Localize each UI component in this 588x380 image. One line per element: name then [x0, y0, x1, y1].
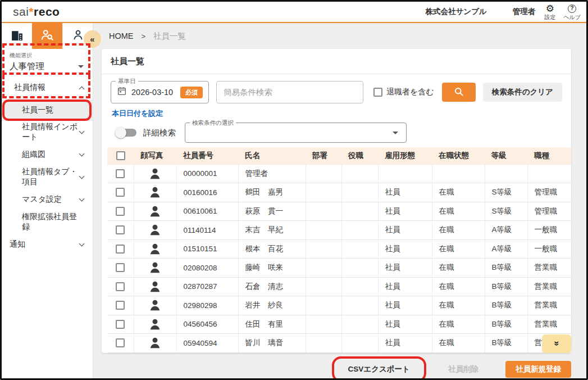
person-search-icon — [40, 28, 54, 44]
sidebar-item[interactable]: 社員情報インポート — [2, 121, 93, 143]
cell-grade: S等級 — [485, 202, 527, 221]
sidebar-item[interactable]: 社員情報 — [2, 76, 93, 99]
csv-export-button[interactable]: CSVエクスポート — [337, 361, 421, 378]
row-checkbox[interactable] — [116, 282, 125, 291]
cell-employment-type: 社員 — [378, 296, 432, 315]
cell-department — [306, 239, 341, 259]
row-checkbox[interactable] — [116, 225, 125, 234]
row-checkbox[interactable] — [116, 245, 125, 254]
avatar-icon — [134, 317, 176, 332]
person-icon — [71, 28, 85, 44]
avatar-icon — [134, 185, 176, 200]
cell-job-type: 管理職 — [527, 183, 571, 202]
avatar-icon — [134, 279, 176, 294]
sidebar-item-label: 通知 — [10, 239, 25, 250]
delete-employee-button[interactable]: 社員削除 — [431, 361, 495, 378]
col-header-position: 役職 — [341, 147, 378, 164]
sidebar-item[interactable]: マスタ設定 — [2, 188, 93, 211]
table-row: 02080208藤崎 咲来社員在職B等級営業職 — [107, 259, 571, 278]
register-employee-button[interactable]: 社員新規登録 — [505, 361, 571, 378]
select-all-checkbox[interactable] — [116, 151, 125, 160]
cell-department — [306, 183, 341, 202]
avatar-icon — [134, 223, 176, 237]
col-header-employee-id: 社員番号 — [176, 147, 238, 164]
col-header-employment-type: 雇用形態 — [378, 147, 432, 164]
sidebar-item-label: 権限拡張社員登録 — [22, 212, 84, 232]
avatar-icon — [134, 166, 176, 181]
settings-label: 設定 — [544, 15, 555, 20]
table-row: 04560456住田 有里社員在職B等級営業職 — [107, 315, 571, 334]
cell-name: 石倉 清志 — [238, 277, 306, 296]
scroll-to-bottom-button[interactable]: « — [542, 334, 571, 353]
set-today-link[interactable]: 本日日付を設定 — [112, 108, 163, 119]
avatar-icon — [134, 298, 176, 313]
breadcrumb-home[interactable]: HOME — [109, 31, 134, 40]
sidebar-item[interactable]: 社員一覧 — [2, 99, 93, 121]
settings-button[interactable]: ⚙ 設定 — [544, 4, 555, 20]
cell-employment-status — [432, 164, 485, 183]
cell-employee-id: 02080208 — [176, 259, 238, 278]
include-retired-checkbox-group[interactable]: 退職者を含む — [373, 87, 434, 97]
cell-grade: B等級 — [485, 334, 527, 353]
cell-department — [306, 202, 341, 221]
condition-select-label: 検索条件の選択 — [190, 119, 236, 127]
detail-search-toggle[interactable] — [116, 127, 136, 138]
base-date-field[interactable]: 基準日 2026-03-10 必須 — [111, 81, 209, 103]
base-date-value: 2026-03-10 — [131, 88, 173, 97]
cell-employee-id: 01140114 — [176, 221, 238, 240]
cell-employment-status: 在職 — [432, 202, 485, 221]
row-checkbox[interactable] — [116, 188, 125, 197]
table-row: 00160016鶴田 嘉男社員在職S等級管理職 — [107, 183, 571, 202]
function-select-dropdown[interactable]: 機能選択 人事管理 — [2, 49, 93, 75]
help-button[interactable]: ? ヘルプ — [563, 4, 581, 20]
cell-department — [306, 315, 341, 334]
cell-department — [306, 334, 341, 353]
tab-hr-search[interactable] — [32, 23, 62, 49]
include-retired-checkbox[interactable] — [373, 88, 382, 97]
cell-grade: A等級 — [485, 221, 527, 240]
app-logo[interactable]: sai*reco — [13, 5, 60, 19]
cell-employment-status: 在職 — [432, 315, 485, 334]
row-checkbox[interactable] — [116, 320, 125, 329]
sidebar-collapse-button[interactable]: « — [84, 30, 101, 48]
cell-employment-type: 社員 — [378, 239, 432, 259]
cell-position — [341, 221, 378, 240]
row-checkbox[interactable] — [116, 207, 125, 216]
cell-name: 岩井 紗良 — [238, 296, 306, 315]
sidebar-item-label: 社員情報 — [14, 83, 45, 93]
user-name[interactable]: 管理者 — [513, 7, 536, 17]
sidebar-item[interactable]: 通知 — [2, 233, 93, 256]
avatar-icon — [134, 336, 176, 350]
quick-search-input[interactable] — [216, 81, 363, 103]
employee-table: 顔写真 社員番号 氏名 部署 役職 雇用形態 在職状態 等級 職種 — [107, 147, 571, 353]
cell-department — [306, 296, 341, 315]
cell-employment-type: 社員 — [378, 277, 432, 296]
detail-search-label: 詳細検索 — [143, 128, 176, 138]
table-header-row: 顔写真 社員番号 氏名 部署 役職 雇用形態 在職状態 等級 職種 — [107, 147, 571, 164]
cell-position — [341, 202, 378, 221]
clear-search-button[interactable]: 検索条件のクリア — [483, 83, 562, 102]
cell-employee-id: 05940594 — [176, 334, 238, 353]
sidebar-item-label: 社員情報インポート — [22, 122, 80, 142]
cell-name: 萩原 貫一 — [238, 202, 306, 221]
employee-table-wrap: 顔写真 社員番号 氏名 部署 役職 雇用形態 在職状態 等級 職種 — [107, 147, 571, 353]
row-checkbox[interactable] — [116, 263, 125, 272]
cell-employee-id: 02870287 — [176, 277, 238, 296]
search-button[interactable] — [442, 83, 476, 102]
breadcrumb: HOME > 社員一覧 — [93, 23, 588, 49]
row-checkbox[interactable] — [116, 169, 125, 178]
calendar-icon — [117, 86, 127, 98]
row-checkbox[interactable] — [116, 338, 125, 347]
chevron-down-icon — [79, 174, 85, 179]
double-chevron-down-icon: « — [551, 341, 562, 346]
sidebar-item[interactable]: 社員情報タブ・項目 — [2, 166, 93, 188]
sidebar-item[interactable]: 組織図 — [2, 143, 93, 166]
sidebar-item[interactable]: 権限拡張社員登録 — [2, 211, 93, 233]
cell-department — [306, 259, 341, 278]
col-header-department: 部署 — [306, 147, 341, 164]
tab-organization[interactable] — [2, 23, 32, 49]
caret-down-icon — [78, 65, 84, 68]
row-checkbox[interactable] — [116, 301, 125, 310]
cell-name: 根本 百花 — [238, 239, 306, 259]
condition-select[interactable]: 検索条件の選択 — [185, 123, 407, 143]
